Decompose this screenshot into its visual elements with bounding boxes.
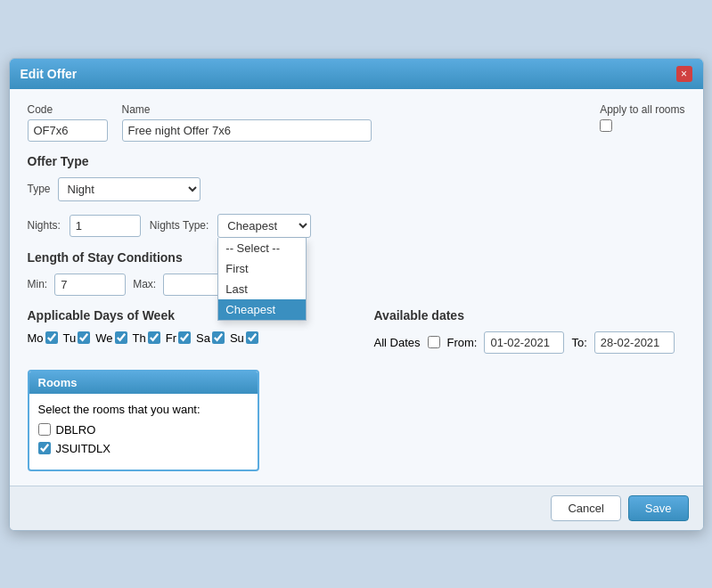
rooms-header: Rooms: [29, 372, 258, 394]
cancel-button[interactable]: Cancel: [551, 495, 620, 521]
room-label-jsuitdlx: JSUITDLX: [56, 442, 110, 455]
name-input[interactable]: [122, 119, 372, 142]
dropdown-option-last[interactable]: Last: [218, 279, 306, 299]
to-date-input[interactable]: [594, 331, 675, 354]
day-label-we: We: [95, 331, 112, 345]
room-checkbox-jsuitdlx[interactable]: [38, 442, 51, 454]
nights-section: Nights: Nights Type: -- Select -- First …: [28, 214, 685, 238]
day-checkbox-th[interactable]: [148, 331, 160, 344]
day-item-sa: Sa: [196, 331, 225, 345]
min-input[interactable]: [54, 274, 126, 296]
from-label: From:: [447, 336, 478, 349]
day-item-su: Su: [230, 331, 258, 345]
name-field-group: Name: [122, 103, 372, 142]
avail-dates-title: Available dates: [374, 308, 685, 323]
to-label: To:: [571, 336, 586, 349]
room-item-jsuitdlx: JSUITDLX: [38, 442, 249, 455]
save-button[interactable]: Save: [628, 495, 689, 521]
nights-input[interactable]: [70, 215, 141, 237]
type-row: Type Night Discount Free Night: [28, 177, 685, 201]
day-label-su: Su: [230, 331, 244, 345]
nights-type-open-dropdown: -- Select -- First Last Cheapest: [217, 238, 307, 321]
top-fields-row: Code Name Apply to all rooms: [28, 103, 685, 142]
apply-all-checkbox[interactable]: [600, 119, 612, 132]
day-label-sa: Sa: [196, 331, 210, 345]
close-button[interactable]: ×: [676, 66, 692, 82]
day-checkbox-fr[interactable]: [178, 331, 191, 344]
day-label-th: Th: [133, 331, 146, 345]
rooms-box: Rooms Select the rooms that you want: DB…: [28, 370, 259, 471]
days-row: Mo Tu We Th: [28, 331, 339, 345]
apply-all-label: Apply to all rooms: [600, 103, 684, 116]
type-select[interactable]: Night Discount Free Night: [58, 177, 201, 201]
code-input[interactable]: [28, 119, 108, 142]
room-item-dblro: DBLRO: [38, 423, 249, 437]
day-label-tu: Tu: [63, 331, 77, 345]
min-max-row: Min: Max:: [28, 274, 685, 296]
dropdown-option-cheapest[interactable]: Cheapest: [218, 299, 306, 320]
day-checkbox-sa[interactable]: [212, 331, 225, 344]
day-item-we: We: [95, 331, 127, 345]
dialog-title: Edit Offer: [20, 67, 78, 81]
all-dates-checkbox[interactable]: [428, 336, 440, 348]
rooms-description: Select the rooms that you want:: [38, 403, 249, 416]
day-checkbox-su[interactable]: [246, 331, 258, 344]
los-section-title: Length of Stay Conditions: [28, 250, 685, 265]
day-checkbox-mo[interactable]: [45, 331, 58, 344]
nights-type-dropdown-wrapper: -- Select -- First Last Cheapest -- Sele…: [217, 214, 311, 238]
day-label-mo: Mo: [28, 331, 44, 345]
room-label-dblro: DBLRO: [56, 423, 96, 437]
max-label: Max:: [133, 278, 156, 290]
edit-offer-dialog: Edit Offer × Code Name Apply to all room…: [9, 58, 704, 531]
code-label: Code: [28, 103, 108, 116]
code-field-group: Code: [28, 103, 108, 142]
day-item-fr: Fr: [166, 331, 191, 345]
day-item-mo: Mo: [28, 331, 58, 345]
day-item-tu: Tu: [63, 331, 91, 345]
bottom-bar: Cancel Save: [10, 486, 703, 530]
type-label: Type: [28, 183, 51, 195]
room-checkbox-dblro[interactable]: [38, 423, 51, 436]
avail-dates-section: Available dates All Dates From: To:: [374, 308, 685, 357]
name-label: Name: [122, 103, 372, 116]
day-checkbox-tu[interactable]: [78, 331, 90, 344]
nights-type-label: Nights Type:: [150, 219, 209, 232]
avail-dates-row: All Dates From: To:: [374, 331, 685, 354]
days-dates-row: Applicable Days of Week Mo Tu We: [28, 308, 685, 357]
dialog-header: Edit Offer ×: [10, 59, 703, 89]
dropdown-option-select[interactable]: -- Select --: [218, 238, 306, 258]
offer-type-section-title: Offer Type: [28, 154, 685, 168]
day-label-fr: Fr: [166, 331, 176, 345]
nights-label: Nights:: [28, 219, 61, 232]
dropdown-option-first[interactable]: First: [218, 258, 306, 279]
dialog-body: Code Name Apply to all rooms Offer Type …: [10, 89, 703, 486]
from-date-input[interactable]: [484, 331, 564, 354]
day-item-th: Th: [133, 331, 160, 345]
nights-type-select[interactable]: -- Select -- First Last Cheapest: [217, 214, 311, 238]
day-checkbox-we[interactable]: [115, 331, 127, 344]
min-label: Min:: [28, 278, 48, 290]
rooms-body: Select the rooms that you want: DBLRO JS…: [29, 394, 258, 470]
all-dates-label: All Dates: [374, 336, 421, 349]
apply-all-group: Apply to all rooms: [600, 103, 684, 132]
